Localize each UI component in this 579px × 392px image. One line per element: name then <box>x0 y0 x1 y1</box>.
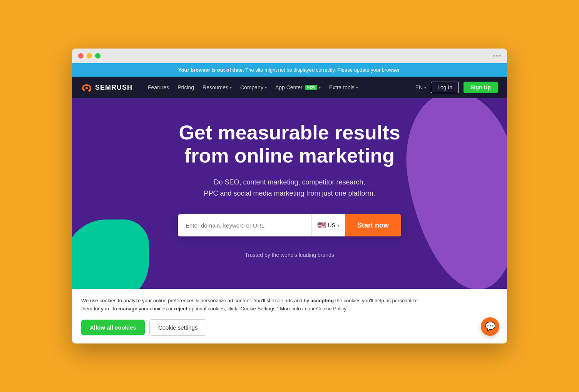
chevron-down-icon: ▾ <box>319 85 321 90</box>
search-input[interactable] <box>178 214 311 236</box>
search-bar: 🇺🇸 US ▾ Start now <box>178 214 401 236</box>
logo[interactable]: SEMRUSH <box>81 83 132 92</box>
hero-decoration-right <box>394 98 507 289</box>
browser-chrome <box>72 49 507 63</box>
nav-links: Features Pricing Resources ▾ Company ▾ A… <box>145 82 406 93</box>
nav-app-center[interactable]: App Center NEW ▾ <box>272 82 324 93</box>
window-controls <box>78 53 100 59</box>
chat-icon: 💬 <box>485 322 495 332</box>
browser-window: Your browser is out of date. The site mi… <box>72 49 507 343</box>
minimize-button[interactable] <box>87 53 92 59</box>
us-flag-icon: 🇺🇸 <box>317 221 326 230</box>
hero-content: Get measurable results from online marke… <box>178 121 401 236</box>
country-selector[interactable]: 🇺🇸 US ▾ <box>311 214 345 236</box>
allow-cookies-button[interactable]: Allow all cookies <box>81 320 145 335</box>
hero-section: Get measurable results from online marke… <box>72 98 507 289</box>
alert-bold-text: Your browser is out of date. <box>178 67 244 73</box>
cookie-buttons: Allow all cookies Cookie settings <box>81 319 498 336</box>
logo-text: SEMRUSH <box>95 84 132 92</box>
signup-button[interactable]: Sign Up <box>464 82 498 93</box>
chat-support-button[interactable]: 💬 <box>481 317 499 336</box>
cookie-text: We use cookies to analyze your online pr… <box>81 297 428 313</box>
chevron-down-icon: ▾ <box>356 85 358 90</box>
hero-decoration-bottom-left <box>72 219 149 289</box>
language-selector[interactable]: EN ▾ <box>415 84 426 90</box>
maximize-button[interactable] <box>95 53 100 59</box>
nav-features[interactable]: Features <box>145 82 172 93</box>
browser-menu <box>493 55 501 57</box>
chevron-down-icon: ▾ <box>265 85 267 90</box>
nav-pricing[interactable]: Pricing <box>174 82 197 93</box>
menu-dot <box>496 55 498 57</box>
hero-subtitle: Do SEO, content marketing, competitor re… <box>178 177 401 199</box>
nav-resources[interactable]: Resources ▾ <box>199 82 235 93</box>
new-badge: NEW <box>305 85 317 90</box>
login-button[interactable]: Log In <box>431 82 459 93</box>
cookie-policy-link[interactable]: Cookie Policy. <box>316 306 347 312</box>
chevron-down-icon: ▾ <box>424 85 426 90</box>
chevron-down-icon: ▾ <box>230 85 232 90</box>
start-now-button[interactable]: Start now <box>345 214 401 236</box>
menu-dot <box>499 55 501 57</box>
hero-title: Get measurable results from online marke… <box>178 121 401 168</box>
close-button[interactable] <box>78 53 84 59</box>
trusted-text: Trusted by the world's leading brands <box>245 252 334 258</box>
alert-normal-text: The site might not be displayed correctl… <box>245 67 401 73</box>
nav-company[interactable]: Company ▾ <box>237 82 270 93</box>
cookie-banner: We use cookies to analyze your online pr… <box>72 289 507 343</box>
menu-dot <box>493 55 495 57</box>
nav-right: EN ▾ Log In Sign Up <box>415 82 498 93</box>
nav-extra-tools[interactable]: Extra tools ▾ <box>326 82 361 93</box>
cookie-settings-button[interactable]: Cookie settings <box>149 319 207 336</box>
chevron-down-icon: ▾ <box>338 223 340 228</box>
semrush-logo-icon <box>81 83 92 92</box>
browser-alert-bar: Your browser is out of date. The site mi… <box>72 63 507 77</box>
svg-point-0 <box>85 87 88 89</box>
main-navigation: SEMRUSH Features Pricing Resources ▾ Com… <box>72 77 507 98</box>
